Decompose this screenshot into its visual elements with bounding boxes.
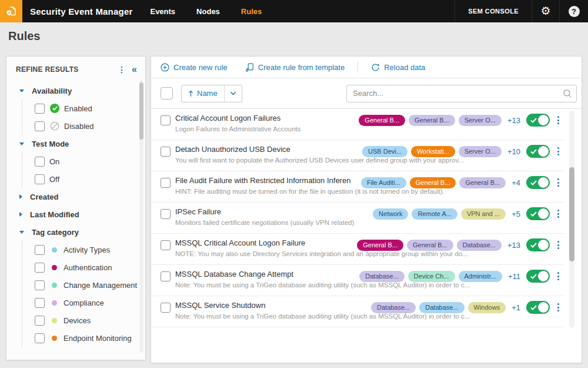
rule-enabled-toggle[interactable] bbox=[526, 238, 550, 251]
rule-tag[interactable]: General B... bbox=[407, 240, 453, 251]
help-button[interactable]: ? bbox=[560, 6, 588, 17]
rule-title[interactable]: Detach Unauthorized USB Device bbox=[175, 145, 356, 154]
filter-checkbox[interactable] bbox=[35, 174, 45, 184]
sem-logo[interactable] bbox=[0, 0, 22, 22]
rule-extra-count[interactable]: +1 bbox=[512, 303, 520, 312]
rule-tag[interactable]: Database... bbox=[371, 302, 416, 313]
filter-checkbox[interactable] bbox=[35, 157, 45, 167]
caret-right-icon[interactable] bbox=[19, 212, 22, 217]
rule-tag[interactable]: Database... bbox=[419, 302, 464, 313]
rule-extra-count[interactable]: +11 bbox=[508, 272, 520, 281]
rule-tag[interactable]: Database... bbox=[359, 271, 404, 282]
rule-tag[interactable]: General B... bbox=[359, 115, 405, 126]
rule-enabled-toggle[interactable] bbox=[526, 176, 550, 189]
rule-kebab-menu[interactable] bbox=[555, 114, 562, 126]
rule-tag[interactable]: Network bbox=[373, 208, 408, 220]
rule-tag[interactable]: General B... bbox=[410, 177, 456, 188]
panel-kebab-menu-icon[interactable]: ⋮ bbox=[112, 65, 132, 74]
rule-checkbox[interactable] bbox=[161, 271, 171, 281]
caret-down-icon[interactable] bbox=[19, 89, 24, 92]
rule-tag[interactable]: USB Devi... bbox=[362, 146, 407, 157]
rule-tag[interactable]: General B... bbox=[459, 177, 506, 188]
rule-title[interactable]: MSSQL Critical Account Logon Failure bbox=[175, 238, 356, 247]
rule-title[interactable]: File Audit Failure with Restricted Infor… bbox=[175, 176, 356, 185]
filter-checkbox[interactable] bbox=[35, 245, 45, 255]
select-all-checkbox[interactable] bbox=[161, 87, 173, 100]
rule-enabled-toggle[interactable] bbox=[526, 207, 550, 220]
rule-checkbox[interactable] bbox=[161, 178, 171, 188]
rule-tag[interactable]: VPN and ... bbox=[461, 208, 506, 220]
collapse-panel-icon[interactable]: « bbox=[132, 64, 138, 75]
rule-tag[interactable]: Remote A... bbox=[412, 208, 457, 220]
filter-section-availability[interactable]: Availability bbox=[19, 82, 145, 100]
rule-tag[interactable]: Workstati... bbox=[411, 146, 455, 157]
filter-section-last-modified[interactable]: Last Modified bbox=[19, 205, 145, 223]
rule-enabled-toggle[interactable] bbox=[526, 301, 550, 314]
rule-kebab-menu[interactable] bbox=[555, 239, 562, 251]
rule-checkbox[interactable] bbox=[161, 209, 171, 219]
nav-events[interactable]: Events bbox=[150, 7, 175, 16]
rule-title[interactable]: Critical Account Logon Failures bbox=[175, 114, 356, 122]
rule-extra-count[interactable]: +13 bbox=[507, 241, 520, 250]
rule-title[interactable]: MSSQL Service Shutdown bbox=[175, 301, 356, 310]
rule-checkbox[interactable] bbox=[161, 147, 171, 157]
nav-nodes[interactable]: Nodes bbox=[196, 7, 220, 16]
filter-checkbox[interactable] bbox=[35, 333, 45, 343]
list-scrollbar-thumb[interactable] bbox=[569, 167, 574, 261]
rule-extra-count[interactable]: +13 bbox=[507, 116, 520, 125]
rule-kebab-menu[interactable] bbox=[555, 177, 562, 188]
rule-tag[interactable]: General B... bbox=[357, 240, 403, 251]
filter-checkbox[interactable] bbox=[35, 121, 45, 131]
rule-kebab-menu[interactable] bbox=[555, 301, 562, 313]
rule-checkbox[interactable] bbox=[161, 115, 171, 125]
rule-extra-count[interactable]: +4 bbox=[512, 178, 520, 187]
filter-checkbox[interactable] bbox=[35, 298, 45, 308]
filter-checkbox[interactable] bbox=[35, 263, 45, 273]
rule-title[interactable]: MSSQL Database Change Attempt bbox=[175, 270, 356, 279]
rule-title[interactable]: IPSec Failure bbox=[175, 207, 356, 216]
filter-checkbox[interactable] bbox=[35, 104, 45, 114]
rule-kebab-menu[interactable] bbox=[555, 270, 562, 282]
sidebar-scrollbar-thumb[interactable] bbox=[139, 82, 143, 140]
rule-enabled-toggle[interactable] bbox=[526, 114, 550, 127]
top-navigation-bar: Security Event Manager Events Nodes Rule… bbox=[0, 0, 588, 22]
caret-down-icon[interactable] bbox=[19, 231, 24, 234]
filter-checkbox[interactable] bbox=[35, 316, 45, 326]
filter-item-enabled: Enabled bbox=[35, 100, 145, 117]
rule-kebab-menu[interactable] bbox=[555, 208, 562, 220]
rule-checkbox[interactable] bbox=[161, 240, 171, 250]
create-new-rule-button[interactable]: Create new rule bbox=[161, 63, 228, 72]
rule-extra-count[interactable]: +10 bbox=[507, 147, 520, 156]
caret-down-icon[interactable] bbox=[19, 142, 24, 145]
filter-item-authentication: Authentication bbox=[35, 258, 145, 276]
rule-tag[interactable]: Windows bbox=[468, 302, 506, 313]
sort-by-name-button[interactable]: Name bbox=[182, 85, 224, 102]
rule-enabled-toggle[interactable] bbox=[526, 270, 550, 283]
rule-checkbox[interactable] bbox=[161, 303, 171, 313]
rule-tag[interactable]: Administr... bbox=[459, 271, 502, 282]
create-rule-from-template-button[interactable]: Create rule from template bbox=[245, 63, 345, 72]
filter-checkbox[interactable] bbox=[35, 280, 45, 290]
search-input[interactable] bbox=[346, 85, 577, 102]
filter-section-tag-category[interactable]: Tag category bbox=[19, 223, 145, 241]
settings-gear-icon[interactable]: ⚙ bbox=[532, 0, 559, 22]
filter-section-created[interactable]: Created bbox=[19, 188, 145, 205]
rule-tag[interactable]: Device Ch... bbox=[408, 271, 455, 282]
rule-row-controls: NetworkRemote A...VPN and ... +5 bbox=[373, 207, 562, 220]
nav-rules[interactable]: Rules bbox=[241, 7, 262, 16]
rule-tag[interactable]: General B... bbox=[409, 115, 455, 126]
rule-enabled-toggle[interactable] bbox=[526, 145, 550, 158]
rule-kebab-menu[interactable] bbox=[555, 145, 562, 157]
rule-tag[interactable]: Server O... bbox=[459, 146, 502, 157]
reload-data-button[interactable]: Reload data bbox=[371, 63, 425, 72]
sort-options-dropdown[interactable] bbox=[225, 85, 242, 102]
caret-right-icon[interactable] bbox=[19, 194, 22, 199]
filter-section-items: EnabledDisabled bbox=[22, 100, 145, 135]
rule-tag[interactable]: File Auditi... bbox=[361, 177, 406, 188]
sem-console-link[interactable]: SEM CONSOLE bbox=[455, 8, 532, 15]
rule-extra-count[interactable]: +5 bbox=[512, 210, 520, 218]
rule-tag[interactable]: Server O... bbox=[459, 115, 502, 126]
rule-tag[interactable]: Database... bbox=[457, 240, 502, 251]
filter-section-test-mode[interactable]: Test Mode bbox=[19, 135, 145, 152]
help-icon: ? bbox=[569, 6, 580, 17]
